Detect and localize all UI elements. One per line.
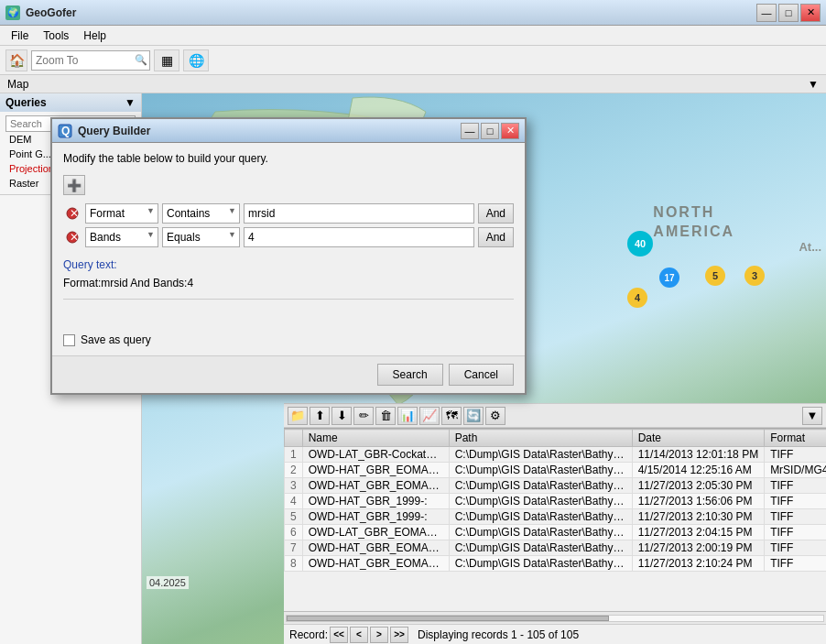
- query-and-2-button[interactable]: And: [478, 227, 514, 247]
- table-row[interactable]: 7 OWD-HAT_GBR_EOMAP_1999-2 C:\Dump\GIS D…: [285, 540, 827, 556]
- record-label: Record:: [289, 628, 328, 641]
- menu-tools[interactable]: Tools: [36, 27, 76, 44]
- zoom-search-icon[interactable]: 🔍: [133, 51, 149, 70]
- table-row[interactable]: 6 OWD-LAT_GBR_EOMAP_1999-2 C:\Dump\GIS D…: [285, 525, 827, 540]
- queries-header[interactable]: Queries ▼: [0, 93, 141, 112]
- svg-text:✕: ✕: [70, 231, 79, 244]
- query-row-1-icon: ✕: [63, 204, 82, 223]
- row-format: MrSID/MG4 3.4.0.a: [765, 463, 826, 478]
- maximize-button[interactable]: □: [778, 4, 799, 22]
- search-button[interactable]: Search: [377, 364, 443, 386]
- table-btn-map[interactable]: 🗺: [441, 407, 462, 425]
- scrollbar-track[interactable]: [286, 615, 824, 622]
- dialog-body: Modify the table below to build your que…: [52, 143, 525, 355]
- close-button[interactable]: ✕: [800, 4, 821, 22]
- svg-text:✕: ✕: [70, 207, 79, 220]
- row-path: C:\Dump\GIS Data\Raster\Bathymetry\eoBAT…: [449, 525, 632, 540]
- row-path: C:\Dump\GIS Data\Raster\Bathymetry\eoBAT…: [449, 540, 632, 556]
- query-add-row-button[interactable]: ➕: [63, 175, 85, 195]
- row-num: 6: [285, 525, 303, 540]
- nav-next[interactable]: >: [370, 627, 388, 643]
- table-btn-more[interactable]: ▼: [802, 407, 822, 425]
- scrollbar-thumb[interactable]: [287, 616, 609, 621]
- query-operator-2-wrapper: Contains Equals Starts With Ends With: [162, 227, 240, 247]
- table-btn-folder[interactable]: 📁: [288, 407, 308, 425]
- menu-help[interactable]: Help: [76, 27, 114, 44]
- cluster-40[interactable]: 40: [627, 231, 653, 257]
- row-icon-svg-1: ✕: [65, 206, 80, 221]
- row-num: 4: [285, 494, 303, 509]
- query-text-label: Query text:: [63, 258, 514, 271]
- queries-dropdown-icon: ▼: [125, 96, 136, 109]
- record-status: Displaying records 1 - 105 of 105: [418, 628, 579, 641]
- table-row[interactable]: 4 OWD-HAT_GBR_1999-: C:\Dump\GIS Data\Ra…: [285, 494, 827, 509]
- table-row[interactable]: 1 OWD-LAT_GBR-CockatooReef_f C:\Dump\GIS…: [285, 447, 827, 463]
- col-header-num: [285, 430, 303, 447]
- table-btn-chart[interactable]: 📊: [397, 407, 418, 425]
- query-value-2-input[interactable]: [244, 227, 474, 247]
- atlantic-label: At...: [799, 240, 821, 254]
- row-format: TIFF: [765, 540, 826, 556]
- table-btn-down[interactable]: ⬇: [331, 407, 352, 425]
- table-btn-edit[interactable]: ✏: [353, 407, 374, 425]
- minimize-button[interactable]: —: [756, 4, 777, 22]
- table-row[interactable]: 2 OWD-HAT_GBR_EOMAP_1999-: C:\Dump\GIS D…: [285, 463, 827, 478]
- row-num: 3: [285, 478, 303, 494]
- row-format: TIFF: [765, 525, 826, 540]
- table-btn-graph[interactable]: 📈: [419, 407, 440, 425]
- zoom-to-input[interactable]: [32, 54, 133, 67]
- query-field-2-select[interactable]: Format Bands Date Name Path: [85, 227, 158, 247]
- query-operator-1-select[interactable]: Contains Equals Starts With Ends With: [162, 203, 240, 224]
- map-dropdown-icon[interactable]: ▼: [808, 78, 819, 91]
- table-header-row: Name Path Date Format: [285, 430, 827, 447]
- globe-view-button[interactable]: 🌐: [183, 49, 209, 71]
- table-row[interactable]: 5 OWD-HAT_GBR_1999-: C:\Dump\GIS Data\Ra…: [285, 509, 827, 525]
- query-value-1-input[interactable]: [244, 203, 474, 224]
- table-btn-up[interactable]: ⬆: [310, 407, 330, 425]
- cluster-3[interactable]: 3: [744, 266, 765, 286]
- app-title: GeoGofer: [26, 6, 756, 19]
- table-scrollbar-horizontal[interactable]: [284, 611, 826, 624]
- dialog-icon: Q: [58, 124, 72, 138]
- col-header-path[interactable]: Path: [449, 430, 632, 447]
- save-query-checkbox[interactable]: [63, 334, 75, 346]
- nav-prev[interactable]: <: [350, 627, 368, 643]
- row-format: TIFF: [765, 494, 826, 509]
- query-field-1-wrapper: Format Bands Date Name Path: [85, 203, 158, 224]
- nav-last[interactable]: >>: [390, 627, 408, 643]
- row-date: 11/27/2013 2:10:24 PM: [632, 556, 764, 572]
- dialog-close[interactable]: ✕: [501, 123, 519, 139]
- table-btn-delete[interactable]: 🗑: [375, 407, 396, 425]
- table-row[interactable]: 8 OWD-HAT_GBR_EOMAP_1999-2 C:\Dump\GIS D…: [285, 556, 827, 572]
- nav-first[interactable]: <<: [330, 627, 348, 643]
- grid-view-button[interactable]: ▦: [154, 49, 179, 71]
- dialog-maximize[interactable]: □: [481, 123, 499, 139]
- query-operator-2-select[interactable]: Contains Equals Starts With Ends With: [162, 227, 240, 247]
- table-row[interactable]: 3 OWD-HAT_GBR_EOMAP_1999-: C:\Dump\GIS D…: [285, 478, 827, 494]
- cluster-4[interactable]: 4: [627, 288, 647, 308]
- home-button[interactable]: 🏠: [5, 49, 27, 71]
- query-row-1: ✕ Format Bands Date Name Path Contains E…: [63, 203, 514, 224]
- row-path: C:\Dump\GIS Data\Raster\Bathymetry\eoBAT…: [449, 478, 632, 494]
- dialog-minimize[interactable]: —: [461, 123, 479, 139]
- table-btn-settings[interactable]: ⚙: [485, 407, 505, 425]
- menu-file[interactable]: File: [4, 27, 36, 44]
- table-btn-refresh[interactable]: 🔄: [463, 407, 484, 425]
- bottom-results-area: 📁 ⬆ ⬇ ✏ 🗑 📊 📈 🗺 🔄 ⚙ ▼: [284, 403, 826, 644]
- cluster-17[interactable]: 17: [659, 267, 679, 288]
- query-text-section: Query text: Format:mrsid And Bands:4: [63, 258, 514, 291]
- table-toolbar: 📁 ⬆ ⬇ ✏ 🗑 📊 📈 🗺 🔄 ⚙ ▼: [284, 404, 826, 428]
- cancel-button[interactable]: Cancel: [449, 364, 514, 386]
- map-section-label: Map ▼: [0, 75, 826, 93]
- row-date: 11/27/2013 1:56:06 PM: [632, 494, 764, 509]
- cluster-5[interactable]: 5: [705, 266, 725, 286]
- zoom-to-box[interactable]: 🔍: [31, 50, 150, 71]
- query-and-1-button[interactable]: And: [478, 203, 514, 224]
- save-query-label: Save as query: [81, 333, 151, 346]
- col-header-name[interactable]: Name: [302, 430, 449, 447]
- col-header-date[interactable]: Date: [632, 430, 764, 447]
- query-field-2-wrapper: Format Bands Date Name Path: [85, 227, 158, 247]
- row-num: 1: [285, 447, 303, 463]
- col-header-format[interactable]: Format: [765, 430, 826, 447]
- query-field-1-select[interactable]: Format Bands Date Name Path: [85, 203, 158, 224]
